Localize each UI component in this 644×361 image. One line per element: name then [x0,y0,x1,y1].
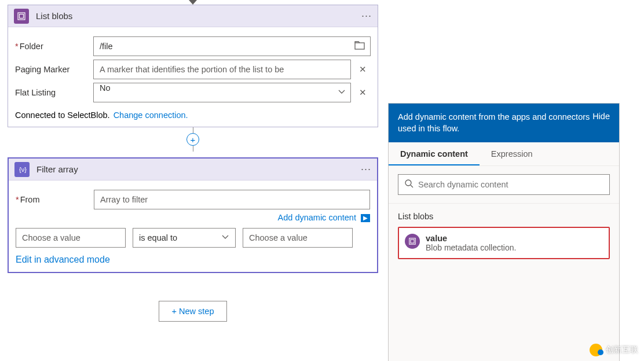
dynamic-item-value[interactable]: value Blob metadata collection. [398,227,610,259]
paging-clear-icon[interactable]: ✕ [354,64,371,75]
connector-line [193,127,193,133]
connected-text: Connected to SelectBlob. [15,110,110,120]
svg-rect-1 [20,14,24,18]
from-label: From [16,195,94,204]
folder-label: Folder [15,42,93,51]
filter-array-header[interactable]: {ν} Filter array ··· [9,159,377,181]
svg-line-5 [411,185,413,187]
chevron-down-icon [338,88,346,98]
add-action-button[interactable]: + [186,133,199,146]
dynamic-item-title: value [426,234,516,243]
search-box[interactable] [398,174,610,195]
watermark: 创新互联 [590,344,638,356]
flat-label: Flat Listing [15,88,93,97]
paging-label: Paging Marker [15,65,93,74]
list-blobs-card: List blobs ··· Folder Paging Marker ✕ [8,5,378,127]
condition-left-input[interactable]: Choose a value [16,228,126,248]
dynamic-content-panel: Add dynamic content from the apps and co… [388,103,620,361]
filter-icon: {ν} [14,162,30,177]
condition-right-input[interactable]: Choose a value [243,228,353,248]
blob-icon [14,9,29,24]
watermark-icon [590,344,602,356]
list-blobs-title: List blobs [36,11,361,21]
list-blobs-header[interactable]: List blobs ··· [8,5,378,27]
svg-rect-0 [18,13,25,20]
panel-header-text: Add dynamic content from the apps and co… [398,112,592,134]
from-input[interactable] [94,190,370,209]
tab-dynamic-content[interactable]: Dynamic content [389,142,480,165]
filter-array-menu[interactable]: ··· [361,163,371,175]
paging-input[interactable] [93,60,351,79]
flat-clear-icon[interactable]: ✕ [354,87,371,98]
folder-picker-icon[interactable] [354,41,365,53]
hide-panel-link[interactable]: Hide [592,112,610,121]
section-header: List blobs [389,204,619,227]
svg-point-4 [405,180,411,186]
svg-rect-7 [411,240,414,243]
tab-expression[interactable]: Expression [480,142,544,165]
condition-operator-select[interactable]: is equal to [133,228,236,248]
svg-rect-2 [355,43,364,49]
folder-input[interactable] [93,36,371,56]
filter-array-card: {ν} Filter array ··· From Add dynamic co… [8,157,378,273]
svg-text:{ν}: {ν} [19,166,27,173]
chevron-down-icon [221,233,229,243]
filter-array-title: Filter array [36,164,361,174]
edit-advanced-link[interactable]: Edit in advanced mode [16,255,110,264]
new-step-button[interactable]: + New step [159,301,228,322]
dynamic-content-badge-icon: ▶ [361,214,370,222]
change-connection-link[interactable]: Change connection. [114,110,188,120]
search-input[interactable] [418,180,603,189]
svg-rect-6 [409,238,416,245]
blob-icon [405,234,420,249]
connector-arrow-tip [189,0,197,5]
search-icon [404,179,414,190]
dynamic-item-desc: Blob metadata collection. [426,243,516,252]
list-blobs-menu[interactable]: ··· [361,10,372,22]
connector-line [193,146,193,152]
flat-select[interactable]: No [93,83,351,102]
add-dynamic-content-link[interactable]: Add dynamic content [278,213,356,222]
